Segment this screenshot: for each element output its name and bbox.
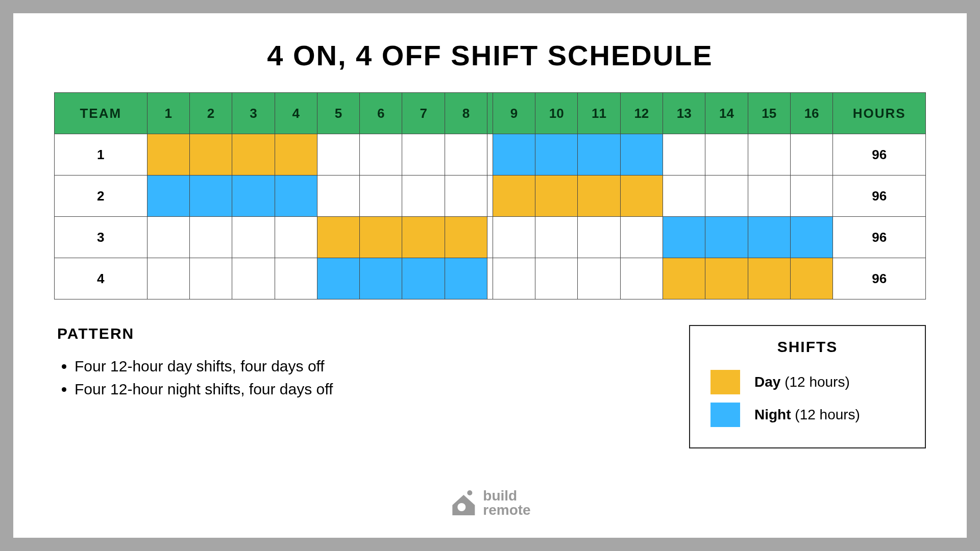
header-day-8: 8 <box>445 93 487 134</box>
page-title: 4 ON, 4 OFF SHIFT SCHEDULE <box>54 39 926 72</box>
header-day-5: 5 <box>317 93 359 134</box>
header-hours: HOURS <box>833 93 926 134</box>
shift-cell <box>147 217 189 258</box>
shift-cell <box>147 258 189 299</box>
shift-cell <box>189 176 232 217</box>
shift-cell <box>317 258 359 299</box>
shift-cell <box>232 217 275 258</box>
table-row: 496 <box>55 258 926 299</box>
shift-cell <box>493 176 535 217</box>
shift-cell <box>663 176 705 217</box>
shift-cell <box>620 258 663 299</box>
svg-point-0 <box>467 490 472 495</box>
row-sep <box>487 258 493 299</box>
shift-cell <box>189 258 232 299</box>
header-day-1: 1 <box>147 93 189 134</box>
header-day-14: 14 <box>705 93 748 134</box>
legend-swatch-day <box>710 370 740 394</box>
shift-cell <box>748 217 790 258</box>
shifts-legend: SHIFTS Day (12 hours) Night (12 hours) <box>689 325 926 448</box>
team-label: 2 <box>55 176 148 217</box>
hours-cell: 96 <box>833 217 926 258</box>
shift-cell <box>402 258 445 299</box>
shift-cell <box>147 176 189 217</box>
shift-cell <box>790 176 832 217</box>
header-day-12: 12 <box>620 93 663 134</box>
pattern-list: Four 12-hour day shifts, four days offFo… <box>54 355 333 400</box>
schedule-table: TEAM12345678910111213141516HOURS 1962963… <box>54 92 926 299</box>
svg-point-1 <box>457 503 465 511</box>
hours-cell: 96 <box>833 176 926 217</box>
hours-cell: 96 <box>833 258 926 299</box>
shift-cell <box>790 258 832 299</box>
header-day-9: 9 <box>493 93 535 134</box>
shift-cell <box>445 258 487 299</box>
shift-cell <box>535 176 578 217</box>
table-row: 396 <box>55 217 926 258</box>
shift-cell <box>189 134 232 176</box>
table-row: 196 <box>55 134 926 176</box>
list-item: Four 12-hour day shifts, four days off <box>75 355 333 378</box>
team-label: 4 <box>55 258 148 299</box>
legend-label-day: Day (12 hours) <box>754 374 850 390</box>
house-icon <box>449 489 478 517</box>
shift-cell <box>620 176 663 217</box>
shift-cell <box>445 134 487 176</box>
team-label: 3 <box>55 217 148 258</box>
list-item: Four 12-hour night shifts, four days off <box>75 378 333 400</box>
shift-cell <box>317 217 359 258</box>
shift-cell <box>275 258 317 299</box>
shift-cell <box>790 134 832 176</box>
shift-cell <box>748 258 790 299</box>
shift-cell <box>663 258 705 299</box>
header-day-13: 13 <box>663 93 705 134</box>
shift-cell <box>275 134 317 176</box>
pattern-section: PATTERN Four 12-hour day shifts, four da… <box>54 325 333 400</box>
shift-cell <box>402 176 445 217</box>
pattern-heading: PATTERN <box>57 325 333 342</box>
shift-cell <box>578 134 620 176</box>
shift-cell <box>402 134 445 176</box>
header-day-10: 10 <box>535 93 578 134</box>
shift-cell <box>748 176 790 217</box>
shift-cell <box>360 258 402 299</box>
shift-cell <box>748 134 790 176</box>
shift-cell <box>578 258 620 299</box>
shift-cell <box>189 217 232 258</box>
header-day-6: 6 <box>360 93 402 134</box>
header-day-4: 4 <box>275 93 317 134</box>
shift-cell <box>493 134 535 176</box>
shift-cell <box>445 176 487 217</box>
row-sep <box>487 176 493 217</box>
row-sep <box>487 217 493 258</box>
shift-cell <box>578 176 620 217</box>
legend-heading: SHIFTS <box>710 338 904 356</box>
hours-cell: 96 <box>833 134 926 176</box>
header-day-3: 3 <box>232 93 275 134</box>
shift-cell <box>360 217 402 258</box>
shift-cell <box>535 217 578 258</box>
header-day-15: 15 <box>748 93 790 134</box>
shift-cell <box>663 134 705 176</box>
shift-cell <box>317 176 359 217</box>
team-label: 1 <box>55 134 148 176</box>
shift-cell <box>535 258 578 299</box>
brand-text: buildremote <box>483 489 530 517</box>
shift-cell <box>232 134 275 176</box>
shift-cell <box>705 217 748 258</box>
shift-cell <box>493 258 535 299</box>
shift-cell <box>620 134 663 176</box>
header-day-16: 16 <box>790 93 832 134</box>
shift-cell <box>620 217 663 258</box>
shift-cell <box>360 134 402 176</box>
shift-cell <box>578 217 620 258</box>
shift-cell <box>232 258 275 299</box>
shift-cell <box>535 134 578 176</box>
shift-cell <box>790 217 832 258</box>
legend-row-night: Night (12 hours) <box>710 403 904 427</box>
shift-cell <box>705 176 748 217</box>
brand-logo: buildremote <box>449 489 530 517</box>
header-day-2: 2 <box>189 93 232 134</box>
shift-cell <box>232 176 275 217</box>
table-row: 296 <box>55 176 926 217</box>
